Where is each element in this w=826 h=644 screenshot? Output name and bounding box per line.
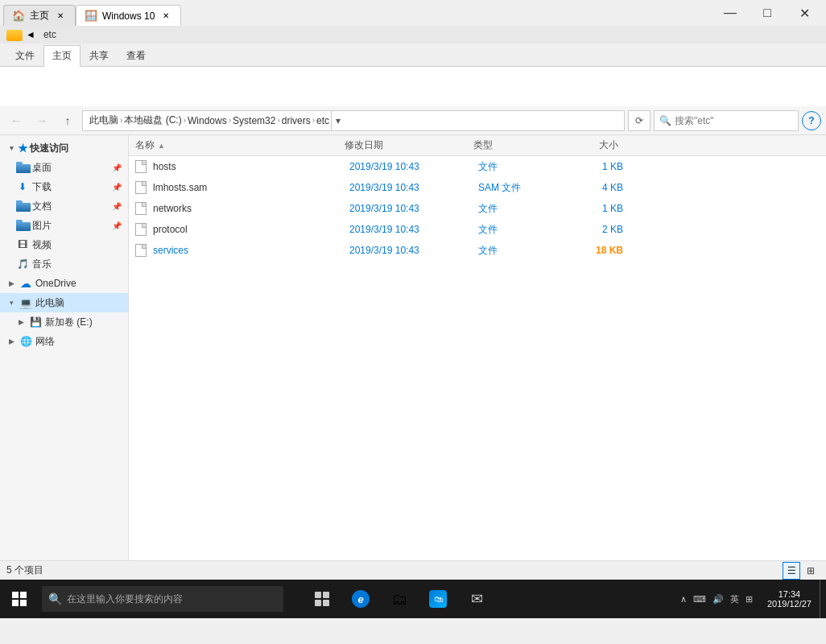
tab-win10[interactable]: 🪟 Windows 10 ✕ bbox=[76, 5, 181, 26]
tray-volume-icon[interactable]: 🔊 bbox=[712, 594, 724, 605]
path-segment-cdrive[interactable]: 本地磁盘 (C:) bbox=[124, 114, 181, 127]
col-header-name[interactable]: 名称 ▲ bbox=[135, 138, 345, 152]
back-button[interactable]: ← bbox=[5, 109, 27, 132]
quick-access-expand-icon: ▾ bbox=[6, 144, 16, 152]
sidebar-item-videos[interactable]: 🎞 视频 bbox=[0, 235, 128, 254]
file-row-networks[interactable]: networks 2019/3/19 10:43 文件 1 KB bbox=[129, 198, 826, 219]
onedrive-icon: ☁ bbox=[19, 277, 32, 290]
sidebar-item-docs[interactable]: 文档 📌 bbox=[0, 196, 128, 216]
show-desktop-button[interactable] bbox=[820, 580, 826, 618]
ribbon-content bbox=[0, 66, 826, 106]
protocol-type: 文件 bbox=[478, 223, 559, 237]
protocol-size: 2 KB bbox=[559, 224, 623, 235]
downloads-folder-icon: ⬇ bbox=[16, 180, 29, 193]
tab-home[interactable]: 🏠 主页 ✕ bbox=[3, 5, 76, 26]
svg-rect-1 bbox=[20, 592, 27, 598]
col-header-date[interactable]: 修改日期 bbox=[345, 138, 473, 152]
pics-label: 图片 bbox=[32, 219, 52, 233]
lmhosts-size: 4 KB bbox=[559, 182, 623, 193]
network-label: 网络 bbox=[35, 335, 55, 349]
path-segment-etc[interactable]: etc bbox=[316, 115, 329, 126]
new-vol-expand-icon: ▶ bbox=[16, 318, 26, 326]
lmhosts-file-icon bbox=[135, 181, 148, 194]
close-button[interactable]: ✕ bbox=[786, 0, 823, 26]
ribbon-tab-file[interactable]: 文件 bbox=[6, 45, 43, 66]
forward-button[interactable]: → bbox=[31, 109, 53, 132]
clock[interactable]: 17:34 2019/12/27 bbox=[759, 580, 820, 618]
path-arrow-4: › bbox=[277, 116, 279, 125]
taskbar-task-view[interactable] bbox=[303, 580, 341, 618]
drive-icon: 💾 bbox=[29, 316, 42, 328]
taskbar-search[interactable]: 🔍 在这里输入你要搜索的内容 bbox=[42, 586, 283, 612]
col-header-size[interactable]: 大小 bbox=[554, 138, 618, 152]
taskbar-edge[interactable]: e bbox=[341, 580, 380, 618]
path-segment-drivers[interactable]: drivers bbox=[282, 115, 311, 126]
desktop-label: 桌面 bbox=[32, 161, 52, 175]
taskbar: 🔍 在这里输入你要搜索的内容 e 🗂 🛍 ✉ ∧ ⌨ 🔊 bbox=[0, 580, 826, 618]
path-arrow-5: › bbox=[312, 116, 315, 125]
sidebar-item-downloads[interactable]: ⬇ 下载 📌 bbox=[0, 177, 128, 196]
lmhosts-date: 2019/3/19 10:43 bbox=[349, 182, 478, 193]
services-type: 文件 bbox=[478, 244, 559, 258]
path-dropdown-button[interactable]: ▾ bbox=[331, 110, 344, 131]
svg-rect-4 bbox=[315, 592, 321, 598]
statusbar: 5 个项目 ☰ ⊞ bbox=[0, 560, 826, 580]
path-segment-windows[interactable]: Windows bbox=[188, 115, 227, 126]
start-button[interactable] bbox=[0, 580, 39, 618]
sidebar-item-music[interactable]: 🎵 音乐 bbox=[0, 254, 128, 274]
ribbon-folder-label: etc bbox=[43, 29, 56, 40]
sidebar-item-desktop[interactable]: 桌面 📌 bbox=[0, 158, 128, 177]
tray-chevron[interactable]: ∧ bbox=[680, 594, 687, 605]
taskbar-mail[interactable]: ✉ bbox=[457, 580, 496, 618]
view-details-button[interactable]: ☰ bbox=[783, 562, 800, 580]
this-pc-expand-icon: ▾ bbox=[6, 299, 16, 307]
taskbar-store[interactable]: 🛍 bbox=[419, 580, 457, 618]
file-row-lmhosts[interactable]: lmhosts.sam 2019/3/19 10:43 SAM 文件 4 KB bbox=[129, 177, 826, 198]
tray-keyboard-grid[interactable]: ⊞ bbox=[745, 594, 753, 605]
refresh-button[interactable]: ⟳ bbox=[628, 110, 650, 131]
sidebar-item-network[interactable]: ▶ 🌐 网络 bbox=[0, 332, 128, 351]
protocol-filename: protocol bbox=[153, 224, 349, 235]
network-expand-icon: ▶ bbox=[6, 337, 16, 345]
quick-access-header[interactable]: ▾ ★ 快速访问 bbox=[0, 138, 128, 158]
home-tab-close[interactable]: ✕ bbox=[54, 10, 67, 23]
up-button[interactable]: ↑ bbox=[56, 109, 79, 132]
sidebar-item-new-volume[interactable]: ▶ 💾 新加卷 (E:) bbox=[0, 312, 128, 332]
ribbon-tab-view[interactable]: 查看 bbox=[118, 45, 155, 66]
col-header-type[interactable]: 类型 bbox=[473, 138, 554, 152]
help-button[interactable]: ? bbox=[802, 111, 821, 130]
network-icon: 🌐 bbox=[19, 335, 32, 348]
tray-lang[interactable]: 英 bbox=[730, 593, 739, 605]
ribbon-tab-home[interactable]: 主页 bbox=[43, 45, 81, 67]
minimize-button[interactable]: — bbox=[712, 0, 749, 26]
view-large-button[interactable]: ⊞ bbox=[802, 562, 820, 580]
search-box[interactable]: 🔍 bbox=[654, 110, 799, 131]
svg-rect-5 bbox=[323, 592, 329, 598]
search-icon: 🔍 bbox=[659, 115, 671, 126]
address-path[interactable]: 此电脑 › 本地磁盘 (C:) › Windows › System32 › d… bbox=[82, 110, 625, 131]
search-input[interactable] bbox=[675, 115, 795, 126]
protocol-date: 2019/3/19 10:43 bbox=[349, 224, 478, 235]
system-tray: ∧ ⌨ 🔊 英 ⊞ bbox=[674, 593, 759, 605]
path-segment-computer[interactable]: 此电脑 bbox=[89, 114, 118, 127]
path-segment-system32[interactable]: System32 bbox=[233, 115, 275, 126]
taskbar-search-placeholder: 在这里输入你要搜索的内容 bbox=[67, 592, 183, 606]
taskbar-file-explorer[interactable]: 🗂 bbox=[380, 580, 419, 618]
maximize-button[interactable]: □ bbox=[749, 0, 786, 26]
svg-rect-2 bbox=[12, 600, 19, 606]
file-row-protocol[interactable]: protocol 2019/3/19 10:43 文件 2 KB bbox=[129, 219, 826, 240]
ribbon-tab-share[interactable]: 共享 bbox=[81, 45, 118, 66]
sidebar-item-onedrive[interactable]: ▶ ☁ OneDrive bbox=[0, 274, 128, 293]
sidebar-item-pics[interactable]: 图片 📌 bbox=[0, 216, 128, 235]
quick-access-star-icon: ★ bbox=[18, 142, 28, 155]
hosts-date: 2019/3/19 10:43 bbox=[349, 161, 478, 172]
win10-tab-close[interactable]: ✕ bbox=[159, 10, 172, 23]
file-row-services[interactable]: services 2019/3/19 10:43 文件 18 KB bbox=[129, 240, 826, 261]
sidebar-item-this-pc[interactable]: ▾ 💻 此电脑 bbox=[0, 293, 128, 312]
taskbar-right: ∧ ⌨ 🔊 英 ⊞ 17:34 2019/12/27 bbox=[674, 580, 826, 618]
this-pc-label: 此电脑 bbox=[35, 296, 64, 310]
downloads-label: 下载 bbox=[32, 180, 52, 194]
file-row-hosts[interactable]: hosts 2019/3/19 10:43 文件 1 KB bbox=[129, 156, 826, 177]
docs-folder-icon bbox=[16, 200, 29, 213]
lmhosts-type: SAM 文件 bbox=[478, 181, 559, 195]
